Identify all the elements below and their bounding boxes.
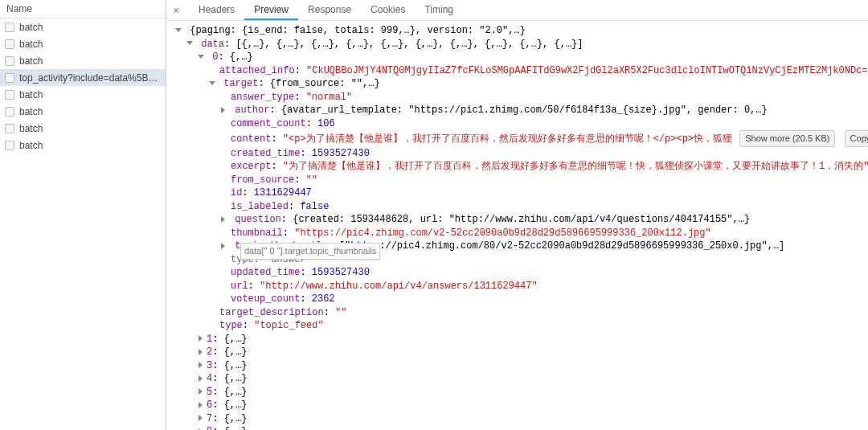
network-request-panel: Name batchbatchbatchtop_activity?include… — [0, 0, 166, 430]
request-item[interactable]: batch — [0, 86, 166, 103]
request-label: batch — [19, 55, 43, 67]
json-item-collapsed[interactable]: 6: {,…} — [170, 399, 868, 412]
chevron-right-icon[interactable] — [197, 361, 205, 369]
request-item[interactable]: batch — [0, 35, 166, 52]
file-icon — [5, 141, 14, 150]
json-item-collapsed[interactable]: 3: {,…} — [170, 359, 868, 373]
json-item-collapsed[interactable]: 4: {,…} — [170, 372, 868, 386]
tab-headers[interactable]: Headers — [189, 1, 244, 19]
request-label: top_activity?include=data%5B%… — [19, 72, 161, 84]
json-key-type[interactable]: type — [231, 254, 254, 265]
tab-response[interactable]: Response — [298, 1, 361, 19]
request-list: batchbatchbatchtop_activity?include=data… — [0, 18, 166, 430]
chevron-right-icon[interactable] — [219, 242, 227, 250]
request-label: batch — [19, 39, 43, 50]
preview-body[interactable]: {paging: {is_end: false, totals: 999,…},… — [166, 21, 868, 430]
json-key-id[interactable]: id — [231, 187, 242, 199]
file-icon — [5, 107, 14, 117]
chevron-right-icon[interactable] — [197, 401, 205, 409]
tab-preview[interactable]: Preview — [244, 1, 298, 20]
json-key-target[interactable]: target — [223, 78, 258, 89]
json-key-voteup-count[interactable]: voteup_count — [231, 293, 300, 305]
json-key-excerpt[interactable]: excerpt — [231, 161, 271, 172]
json-item-collapsed[interactable]: 7: {,…} — [170, 412, 868, 426]
chevron-right-icon[interactable] — [197, 334, 205, 342]
json-key-updated-time[interactable]: updated_time — [231, 267, 300, 278]
json-item-collapsed[interactable]: 2: {,…} — [170, 346, 868, 359]
file-icon — [5, 56, 14, 66]
copy-button[interactable]: Copy — [845, 130, 868, 147]
name-column-header[interactable]: Name — [0, 0, 166, 18]
json-key-from-source[interactable]: from_source — [231, 174, 294, 186]
file-icon — [5, 23, 14, 32]
json-root[interactable]: {paging: {is_end: false, totals: 999,…},… — [190, 25, 526, 36]
chevron-down-icon[interactable] — [174, 27, 182, 35]
json-item-collapsed[interactable]: 1: {,…} — [170, 333, 868, 346]
json-key-question[interactable]: question — [235, 214, 281, 225]
chevron-right-icon[interactable] — [197, 387, 205, 395]
request-item[interactable]: top_activity?include=data%5B%… — [0, 69, 166, 86]
chevron-down-icon[interactable] — [208, 80, 216, 88]
details-tabs: × HeadersPreviewResponseCookiesTiming — [166, 0, 868, 21]
request-item[interactable]: batch — [0, 120, 166, 137]
json-item-collapsed[interactable]: 5: {,…} — [170, 386, 868, 399]
details-panel: × HeadersPreviewResponseCookiesTiming {p… — [166, 0, 868, 430]
request-label: batch — [19, 22, 43, 33]
json-key-topic-thumbnails[interactable]: topic_thumbnails — [235, 240, 327, 252]
tab-timing[interactable]: Timing — [415, 1, 463, 19]
request-item[interactable]: batch — [0, 18, 166, 35]
json-key-created-time[interactable]: created_time — [231, 148, 300, 159]
json-key-attached-info[interactable]: attached_info — [219, 65, 295, 76]
request-item[interactable]: batch — [0, 103, 166, 120]
chevron-right-icon[interactable] — [219, 215, 227, 223]
chevron-right-icon[interactable] — [197, 348, 205, 356]
request-label: batch — [19, 106, 43, 117]
json-key-thumbnail[interactable]: thumbnail — [231, 227, 283, 239]
json-key-is-labeled[interactable]: is_labeled — [231, 201, 289, 212]
request-label: batch — [19, 89, 43, 100]
json-key-target-description[interactable]: target_description — [219, 307, 324, 318]
chevron-down-icon[interactable] — [197, 53, 205, 61]
chevron-right-icon[interactable] — [197, 414, 205, 422]
request-label: batch — [19, 140, 43, 151]
request-label: batch — [19, 123, 43, 134]
json-key-content[interactable]: content — [231, 133, 271, 145]
json-key-answer-type[interactable]: answer_type — [231, 92, 294, 103]
json-key-author[interactable]: author — [235, 104, 269, 116]
chevron-down-icon[interactable] — [186, 39, 194, 47]
close-icon[interactable]: × — [170, 4, 182, 17]
chevron-right-icon[interactable] — [197, 375, 205, 383]
json-key-type-outer[interactable]: type — [219, 320, 243, 331]
json-key-data[interactable]: data — [201, 39, 224, 50]
file-icon — [5, 73, 14, 83]
file-icon — [5, 124, 14, 133]
request-item[interactable]: batch — [0, 52, 166, 69]
json-key-comment-count[interactable]: comment_count — [231, 118, 306, 129]
file-icon — [5, 90, 14, 100]
json-key-url[interactable]: url — [231, 281, 248, 292]
tab-cookies[interactable]: Cookies — [361, 1, 415, 19]
show-more-button[interactable]: Show more (20.5 KB) — [739, 130, 835, 147]
chevron-right-icon[interactable] — [219, 106, 227, 114]
json-item-collapsed[interactable]: 8: {,…} — [170, 425, 868, 430]
file-icon — [5, 39, 14, 49]
request-item[interactable]: batch — [0, 137, 166, 154]
